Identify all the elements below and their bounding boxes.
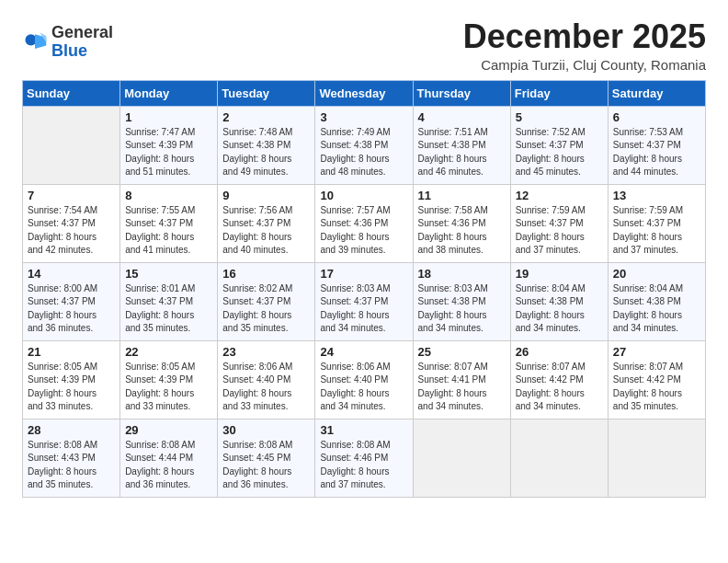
day-info: Sunrise: 7:49 AM Sunset: 4:38 PM Dayligh… (320, 126, 407, 179)
day-number: 3 (320, 110, 407, 124)
day-number: 8 (125, 189, 212, 202)
calendar-cell: 1Sunrise: 7:47 AM Sunset: 4:39 PM Daylig… (120, 106, 218, 184)
calendar-header-row: SundayMondayTuesdayWednesdayThursdayFrid… (23, 80, 706, 106)
day-number: 20 (613, 267, 700, 281)
calendar-cell: 14Sunrise: 8:00 AM Sunset: 4:37 PM Dayli… (23, 262, 120, 340)
day-number: 19 (516, 267, 603, 281)
calendar-cell: 23Sunrise: 8:06 AM Sunset: 4:40 PM Dayli… (218, 340, 315, 419)
day-info: Sunrise: 8:02 AM Sunset: 4:37 PM Dayligh… (222, 282, 310, 336)
page-header: General Blue December 2025 Campia Turzii… (22, 18, 706, 73)
day-info: Sunrise: 7:54 AM Sunset: 4:37 PM Dayligh… (28, 204, 115, 258)
day-info: Sunrise: 7:48 AM Sunset: 4:38 PM Dayligh… (222, 126, 310, 179)
day-number: 22 (125, 345, 212, 359)
day-number: 2 (222, 110, 310, 124)
day-info: Sunrise: 8:06 AM Sunset: 4:40 PM Dayligh… (320, 361, 407, 414)
calendar-cell: 18Sunrise: 8:03 AM Sunset: 4:38 PM Dayli… (413, 262, 510, 340)
calendar-cell: 13Sunrise: 7:59 AM Sunset: 4:37 PM Dayli… (608, 184, 705, 262)
logo-icon (22, 29, 48, 55)
day-number: 4 (418, 110, 506, 124)
day-number: 23 (222, 345, 310, 359)
day-number: 9 (222, 189, 310, 202)
calendar-cell: 12Sunrise: 7:59 AM Sunset: 4:37 PM Dayli… (510, 184, 608, 262)
day-info: Sunrise: 7:56 AM Sunset: 4:37 PM Dayligh… (222, 204, 310, 258)
day-number: 1 (125, 110, 212, 124)
day-number: 5 (516, 110, 603, 124)
calendar-week-row: 7Sunrise: 7:54 AM Sunset: 4:37 PM Daylig… (23, 184, 706, 262)
calendar-cell: 2Sunrise: 7:48 AM Sunset: 4:38 PM Daylig… (218, 106, 315, 184)
day-number: 31 (320, 423, 407, 437)
calendar-cell: 31Sunrise: 8:08 AM Sunset: 4:46 PM Dayli… (315, 419, 413, 497)
day-info: Sunrise: 7:57 AM Sunset: 4:36 PM Dayligh… (320, 204, 407, 258)
day-info: Sunrise: 8:06 AM Sunset: 4:40 PM Dayligh… (222, 361, 310, 414)
day-info: Sunrise: 8:08 AM Sunset: 4:44 PM Dayligh… (125, 439, 212, 492)
calendar-cell: 22Sunrise: 8:05 AM Sunset: 4:39 PM Dayli… (120, 340, 218, 419)
calendar-cell: 9Sunrise: 7:56 AM Sunset: 4:37 PM Daylig… (218, 184, 315, 262)
calendar-cell: 3Sunrise: 7:49 AM Sunset: 4:38 PM Daylig… (315, 106, 413, 184)
calendar-table: SundayMondayTuesdayWednesdayThursdayFrid… (22, 80, 706, 498)
day-number: 12 (516, 189, 603, 202)
day-info: Sunrise: 8:03 AM Sunset: 4:37 PM Dayligh… (320, 282, 407, 336)
day-number: 10 (320, 189, 407, 202)
calendar-cell: 27Sunrise: 8:07 AM Sunset: 4:42 PM Dayli… (608, 340, 705, 419)
day-number: 6 (613, 110, 700, 124)
day-info: Sunrise: 8:03 AM Sunset: 4:38 PM Dayligh… (418, 282, 506, 336)
day-info: Sunrise: 8:01 AM Sunset: 4:37 PM Dayligh… (125, 282, 212, 336)
day-number: 29 (125, 423, 212, 437)
day-info: Sunrise: 7:59 AM Sunset: 4:37 PM Dayligh… (516, 204, 603, 258)
calendar-cell: 15Sunrise: 8:01 AM Sunset: 4:37 PM Dayli… (120, 262, 218, 340)
day-number: 21 (28, 345, 115, 359)
calendar-week-row: 21Sunrise: 8:05 AM Sunset: 4:39 PM Dayli… (23, 340, 706, 419)
day-info: Sunrise: 7:55 AM Sunset: 4:37 PM Dayligh… (125, 204, 212, 258)
day-number: 13 (613, 189, 700, 202)
day-info: Sunrise: 8:08 AM Sunset: 4:43 PM Dayligh… (28, 439, 115, 492)
day-number: 17 (320, 267, 407, 281)
day-number: 26 (516, 345, 603, 359)
day-number: 30 (222, 423, 310, 437)
month-title: December 2025 (463, 18, 706, 55)
calendar-cell: 6Sunrise: 7:53 AM Sunset: 4:37 PM Daylig… (608, 106, 705, 184)
calendar-cell (413, 419, 510, 497)
calendar-cell: 20Sunrise: 8:04 AM Sunset: 4:38 PM Dayli… (608, 262, 705, 340)
day-number: 18 (418, 267, 506, 281)
day-info: Sunrise: 8:04 AM Sunset: 4:38 PM Dayligh… (516, 282, 603, 336)
day-info: Sunrise: 8:07 AM Sunset: 4:42 PM Dayligh… (613, 361, 700, 414)
day-info: Sunrise: 7:52 AM Sunset: 4:37 PM Dayligh… (516, 126, 603, 179)
weekday-header: Sunday (23, 80, 120, 106)
day-info: Sunrise: 8:05 AM Sunset: 4:39 PM Dayligh… (125, 361, 212, 414)
day-number: 15 (125, 267, 212, 281)
calendar-cell (23, 106, 120, 184)
calendar-cell: 21Sunrise: 8:05 AM Sunset: 4:39 PM Dayli… (23, 340, 120, 419)
day-info: Sunrise: 7:51 AM Sunset: 4:38 PM Dayligh… (418, 126, 506, 179)
calendar-cell: 5Sunrise: 7:52 AM Sunset: 4:37 PM Daylig… (510, 106, 608, 184)
day-info: Sunrise: 7:53 AM Sunset: 4:37 PM Dayligh… (613, 126, 700, 179)
day-number: 16 (222, 267, 310, 281)
calendar-cell: 30Sunrise: 8:08 AM Sunset: 4:45 PM Dayli… (218, 419, 315, 497)
day-info: Sunrise: 8:00 AM Sunset: 4:37 PM Dayligh… (28, 282, 115, 336)
day-number: 7 (28, 189, 115, 202)
calendar-cell: 26Sunrise: 8:07 AM Sunset: 4:42 PM Dayli… (510, 340, 608, 419)
calendar-cell: 7Sunrise: 7:54 AM Sunset: 4:37 PM Daylig… (23, 184, 120, 262)
calendar-week-row: 14Sunrise: 8:00 AM Sunset: 4:37 PM Dayli… (23, 262, 706, 340)
day-info: Sunrise: 7:47 AM Sunset: 4:39 PM Dayligh… (125, 126, 212, 179)
day-info: Sunrise: 8:04 AM Sunset: 4:38 PM Dayligh… (613, 282, 700, 336)
day-number: 27 (613, 345, 700, 359)
weekday-header: Saturday (608, 80, 705, 106)
day-info: Sunrise: 8:07 AM Sunset: 4:42 PM Dayligh… (516, 361, 603, 414)
calendar-cell: 28Sunrise: 8:08 AM Sunset: 4:43 PM Dayli… (23, 419, 120, 497)
day-number: 24 (320, 345, 407, 359)
calendar-cell: 4Sunrise: 7:51 AM Sunset: 4:38 PM Daylig… (413, 106, 510, 184)
calendar-cell (608, 419, 705, 497)
day-number: 11 (418, 189, 506, 202)
day-info: Sunrise: 8:08 AM Sunset: 4:46 PM Dayligh… (320, 439, 407, 492)
location-subtitle: Campia Turzii, Cluj County, Romania (463, 57, 706, 73)
day-info: Sunrise: 8:08 AM Sunset: 4:45 PM Dayligh… (222, 439, 310, 492)
weekday-header: Thursday (413, 80, 510, 106)
calendar-cell: 25Sunrise: 8:07 AM Sunset: 4:41 PM Dayli… (413, 340, 510, 419)
calendar-cell: 8Sunrise: 7:55 AM Sunset: 4:37 PM Daylig… (120, 184, 218, 262)
calendar-cell: 19Sunrise: 8:04 AM Sunset: 4:38 PM Dayli… (510, 262, 608, 340)
calendar-cell: 11Sunrise: 7:58 AM Sunset: 4:36 PM Dayli… (413, 184, 510, 262)
calendar-cell (510, 419, 608, 497)
calendar-week-row: 1Sunrise: 7:47 AM Sunset: 4:39 PM Daylig… (23, 106, 706, 184)
day-number: 25 (418, 345, 506, 359)
calendar-cell: 29Sunrise: 8:08 AM Sunset: 4:44 PM Dayli… (120, 419, 218, 497)
